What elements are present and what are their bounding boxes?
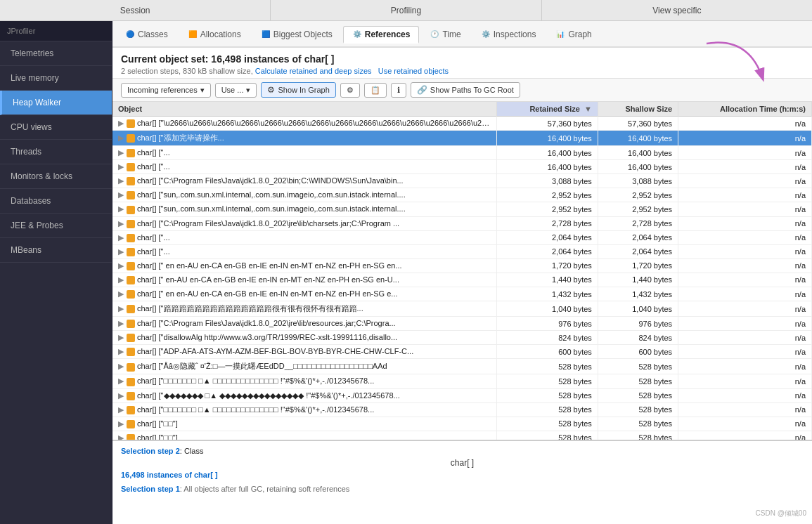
table-row[interactable]: ▶char[] ["添加完毕请操作...16,400 bytes16,400 b… bbox=[112, 131, 812, 146]
tab-classes[interactable]: 🔵 Classes bbox=[116, 26, 177, 42]
expand-icon[interactable]: ▶ bbox=[118, 433, 127, 440]
expand-icon[interactable]: ▶ bbox=[118, 419, 127, 428]
tab-biggest-objects[interactable]: 🟦 Biggest Objects bbox=[252, 26, 342, 42]
data-table-container[interactable]: Object Retained Size ▼ Shallow Size Allo… bbox=[112, 102, 812, 440]
table-row[interactable]: ▶char[] ["Åâ◎隐藏ˆ ¤'Ž:□—一摸此曙ÆEdDD__□□□□□□… bbox=[112, 359, 812, 374]
sidebar-item-heap-walker[interactable]: Heap Walker bbox=[0, 91, 112, 115]
sidebar-item-telemetries[interactable]: Telemetries bbox=[0, 41, 112, 66]
expand-icon[interactable]: ▶ bbox=[118, 275, 127, 284]
calculate-retained-link[interactable]: Calculate retained and deep sizes bbox=[255, 67, 372, 75]
expand-icon[interactable]: ▶ bbox=[118, 362, 127, 371]
table-row[interactable]: ▶char[] ["C:\Program Files\Java\jdk1.8.0… bbox=[112, 317, 812, 331]
tab-time[interactable]: 🕐 Time bbox=[420, 26, 470, 42]
cell-shallow-size: 16,400 bytes bbox=[598, 131, 678, 146]
col-header-allocation-time[interactable]: Allocation Time (h:m:s) bbox=[678, 102, 812, 117]
expand-icon[interactable]: ▶ bbox=[118, 261, 127, 270]
expand-icon[interactable]: ▶ bbox=[118, 148, 127, 157]
instance-count[interactable]: 16,498 instances of char[ ] bbox=[121, 471, 804, 479]
table-row[interactable]: ▶char[] ["C:\Program Files\Java\jdk1.8.0… bbox=[112, 174, 812, 188]
expand-icon[interactable]: ▶ bbox=[118, 333, 127, 342]
table-row[interactable]: ▶char[] ["□□"]528 bytes528 bytesn/a bbox=[112, 431, 812, 440]
table-row[interactable]: ▶char[] ["...2,064 bytes2,064 bytesn/a bbox=[112, 244, 812, 258]
table-row[interactable]: ▶char[] ["\u2666\u2666\u2666\u2666\u2666… bbox=[112, 117, 812, 131]
table-row[interactable]: ▶char[] ["□□□□□□□ □▲ □□□□□□□□□□□□□□ !"#$… bbox=[112, 402, 812, 417]
tab-graph[interactable]: 📊 Graph bbox=[546, 26, 600, 42]
references-dropdown[interactable]: Incoming references ▾ bbox=[121, 83, 211, 98]
top-bar-session[interactable]: Session bbox=[0, 0, 271, 20]
expand-icon[interactable]: ▶ bbox=[118, 347, 127, 356]
expand-icon[interactable]: ▶ bbox=[118, 190, 127, 199]
expand-icon[interactable]: ▶ bbox=[118, 219, 127, 228]
cell-shallow-size: 528 bytes bbox=[598, 402, 678, 417]
col-header-object[interactable]: Object bbox=[112, 102, 496, 117]
expand-icon[interactable]: ▶ bbox=[118, 304, 127, 313]
sidebar-item-monitors-locks[interactable]: Monitors & locks bbox=[0, 164, 112, 189]
table-row[interactable]: ▶char[] ["sun,.com.sun.xml.internal,.com… bbox=[112, 188, 812, 202]
show-in-graph-button[interactable]: ⚙ Show In Graph bbox=[261, 82, 335, 98]
table-row[interactable]: ▶char[] ["...16,400 bytes16,400 bytesn/a bbox=[112, 160, 812, 174]
object-type-icon bbox=[127, 378, 135, 386]
table-row[interactable]: ▶char[] ["◆◆◆◆◆◆◆ □▲ ◆◆◆◆◆◆◆◆◆◆◆◆◆◆◆ !"#… bbox=[112, 388, 812, 402]
cell-allocation-time: n/a bbox=[678, 417, 812, 431]
sidebar-item-mbeans[interactable]: MBeans bbox=[0, 238, 112, 263]
sidebar-item-threads[interactable]: Threads bbox=[0, 140, 112, 164]
sidebar-item-databases[interactable]: Databases bbox=[0, 189, 112, 214]
sidebar-item-live-memory[interactable]: Live memory bbox=[0, 66, 112, 91]
gear-icon: ⚙ bbox=[347, 86, 354, 95]
cell-allocation-time: n/a bbox=[678, 331, 812, 345]
table-row[interactable]: ▶char[] ["...2,064 bytes2,064 bytesn/a bbox=[112, 230, 812, 244]
expand-icon[interactable]: ▶ bbox=[118, 204, 127, 214]
cell-shallow-size: 528 bytes bbox=[598, 359, 678, 374]
table-row[interactable]: ▶char[] ["...16,400 bytes16,400 bytesn/a bbox=[112, 146, 812, 160]
expand-icon[interactable]: ▶ bbox=[118, 289, 127, 299]
table-row[interactable]: ▶char[] ["踣踣踣踣踣踣踣踣踣踣踣踣踣踣很有很有很怀有很有踣踣...1,… bbox=[112, 301, 812, 317]
expand-icon[interactable]: ▶ bbox=[118, 391, 127, 400]
cell-shallow-size: 528 bytes bbox=[598, 374, 678, 388]
object-type-icon bbox=[127, 248, 135, 256]
expand-icon[interactable]: ▶ bbox=[118, 133, 127, 143]
cell-object: ▶char[] ["踣踣踣踣踣踣踣踣踣踣踣踣踣踣很有很有很怀有很有踣踣... bbox=[112, 301, 496, 317]
table-row[interactable]: ▶char[] ["sun,.com.sun.xml.internal,.com… bbox=[112, 202, 812, 216]
expand-icon[interactable]: ▶ bbox=[118, 376, 127, 386]
expand-icon[interactable]: ▶ bbox=[118, 319, 127, 328]
cell-allocation-time: n/a bbox=[678, 287, 812, 301]
tab-inspections[interactable]: ⚙️ Inspections bbox=[472, 26, 546, 42]
use-dropdown[interactable]: Use ... ▾ bbox=[215, 83, 257, 98]
top-bar-profiling[interactable]: Profiling bbox=[271, 0, 541, 20]
copy-button[interactable]: 📋 bbox=[364, 83, 387, 98]
cell-shallow-size: 3,088 bytes bbox=[598, 174, 678, 188]
cell-object: ▶char[] ["sun,.com.sun.xml.internal,.com… bbox=[112, 202, 496, 216]
table-row[interactable]: ▶char[] ["□□□□□□□ □▲ □□□□□□□□□□□□□□ !"#$… bbox=[112, 374, 812, 388]
cell-object: ▶char[] ["□□□□□□□ □▲ □□□□□□□□□□□□□□ !"#$… bbox=[112, 402, 496, 417]
tab-references[interactable]: ⚙️ References bbox=[343, 26, 420, 44]
expand-icon[interactable]: ▶ bbox=[118, 162, 127, 171]
cell-retained-size: 528 bytes bbox=[496, 374, 598, 388]
sidebar-item-jee-probes[interactable]: JEE & Probes bbox=[0, 214, 112, 238]
cell-allocation-time: n/a bbox=[678, 244, 812, 258]
expand-icon[interactable]: ▶ bbox=[118, 233, 127, 242]
table-row[interactable]: ▶char[] ["□□"]528 bytes528 bytesn/a bbox=[112, 417, 812, 431]
settings-button[interactable]: ⚙ bbox=[340, 83, 360, 98]
tab-allocations[interactable]: 🟧 Allocations bbox=[179, 26, 250, 42]
col-header-shallow-size[interactable]: Shallow Size bbox=[598, 102, 678, 117]
top-bar-view-specific[interactable]: View specific bbox=[542, 0, 812, 20]
table-row[interactable]: ▶char[] ["ADP-AFA-ATS-AYM-AZM-BEF-BGL-BO… bbox=[112, 345, 812, 359]
use-retained-objects-link[interactable]: Use retained objects bbox=[378, 67, 449, 75]
info-button[interactable]: ℹ bbox=[391, 83, 406, 98]
table-row[interactable]: ▶char[] ["disallowAlg http://www.w3.org/… bbox=[112, 331, 812, 345]
sidebar-item-cpu-views[interactable]: CPU views bbox=[0, 115, 112, 140]
table-row[interactable]: ▶char[] [" en en-AU en-CA en-GB en-IE en… bbox=[112, 258, 812, 273]
expand-icon[interactable]: ▶ bbox=[118, 119, 127, 128]
table-row[interactable]: ▶char[] ["C:\Program Files\Java\jdk1.8.0… bbox=[112, 216, 812, 230]
selection-step-1-link[interactable]: Selection step 1 bbox=[121, 485, 180, 493]
col-header-retained-size[interactable]: Retained Size ▼ bbox=[496, 102, 598, 117]
expand-icon[interactable]: ▶ bbox=[118, 405, 127, 414]
expand-icon[interactable]: ▶ bbox=[118, 247, 127, 256]
table-row[interactable]: ▶char[] [" en-AU en-CA en-GB en-IE en-IN… bbox=[112, 273, 812, 287]
table-row[interactable]: ▶char[] [" en en-AU en-CA en-GB en-IE en… bbox=[112, 287, 812, 301]
cell-retained-size: 2,728 bytes bbox=[496, 216, 598, 230]
show-paths-to-gc-root-button[interactable]: 🔗 Show Paths To GC Root bbox=[411, 82, 520, 98]
cell-retained-size: 2,952 bytes bbox=[496, 188, 598, 202]
selection-step-2-link[interactable]: Selection step 2 bbox=[121, 447, 180, 455]
expand-icon[interactable]: ▶ bbox=[118, 176, 127, 185]
